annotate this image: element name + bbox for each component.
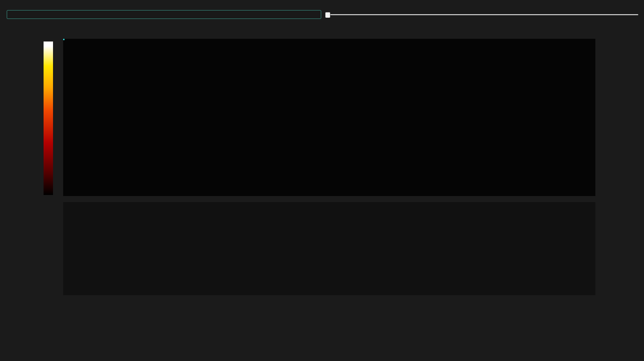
ticker-input[interactable] (7, 10, 321, 19)
volume-percentiles-slider[interactable] (328, 12, 638, 18)
volume-colorbar (44, 41, 53, 195)
slider-rail[interactable] (328, 14, 638, 15)
cvd-mode-tabs (328, 26, 639, 35)
slider-high-handle[interactable] (325, 12, 330, 18)
dashboard: { "topbar": { "ticker_label": "Ticker", … (0, 0, 644, 361)
heatmap-plot[interactable] (63, 39, 595, 196)
timeframe-tabs (7, 26, 321, 35)
cvd-plot[interactable] (63, 202, 595, 295)
